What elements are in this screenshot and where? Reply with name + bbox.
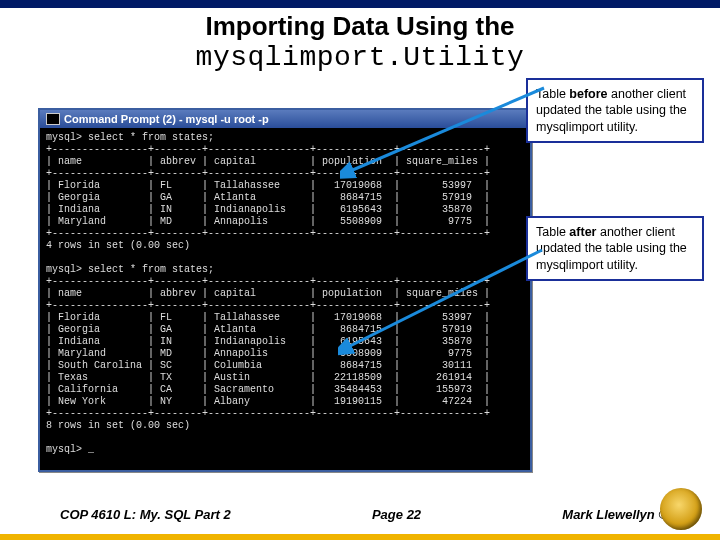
table-row: | Florida | FL | Tallahassee | 17019068 … bbox=[46, 180, 490, 191]
table-row: | Indiana | IN | Indianapolis | 6195643 … bbox=[46, 336, 490, 347]
table-border: +----------------+--------+-------------… bbox=[46, 300, 490, 311]
terminal-output: mysql> select * from states; +----------… bbox=[40, 128, 530, 470]
table-row: | Texas | TX | Austin | 22118509 | 26191… bbox=[46, 372, 490, 383]
mysql-prompt: mysql> _ bbox=[46, 444, 94, 455]
table-row: | South Carolina | SC | Columbia | 86847… bbox=[46, 360, 490, 371]
window-title-text: Command Prompt (2) - mysql -u root -p bbox=[64, 113, 269, 125]
table-row: | California | CA | Sacramento | 3548445… bbox=[46, 384, 490, 395]
footer-author: Mark Llewellyn © bbox=[562, 507, 668, 522]
sql-query-2: mysql> select * from states; bbox=[46, 264, 214, 275]
table-header: | name | abbrev | capital | population |… bbox=[46, 288, 490, 299]
table-row: | Maryland | MD | Annapolis | 5508909 | … bbox=[46, 348, 490, 359]
footer-course: COP 4610 L: My. SQL Part 2 bbox=[60, 507, 231, 522]
callout-before: Table before another client updated the … bbox=[526, 78, 704, 143]
table-border: +----------------+--------+-------------… bbox=[46, 408, 490, 419]
table-border: +----------------+--------+-------------… bbox=[46, 168, 490, 179]
table-row: | Maryland | MD | Annapolis | 5508909 | … bbox=[46, 216, 490, 227]
callout-after: Table after another client updated the t… bbox=[526, 216, 704, 281]
footer-bar bbox=[0, 534, 720, 540]
table-row: | Georgia | GA | Atlanta | 8684715 | 579… bbox=[46, 324, 490, 335]
header-bar bbox=[0, 0, 720, 8]
row-count-1: 4 rows in set (0.00 sec) bbox=[46, 240, 190, 251]
table-row: | Indiana | IN | Indianapolis | 6195643 … bbox=[46, 204, 490, 215]
table-border: +----------------+--------+-------------… bbox=[46, 276, 490, 287]
table-border: +----------------+--------+-------------… bbox=[46, 144, 490, 155]
table-row: | Georgia | GA | Atlanta | 8684715 | 579… bbox=[46, 192, 490, 203]
table-row: | New York | NY | Albany | 19190115 | 47… bbox=[46, 396, 490, 407]
footer-page: Page 22 bbox=[372, 507, 421, 522]
row-count-2: 8 rows in set (0.00 sec) bbox=[46, 420, 190, 431]
table-header: | name | abbrev | capital | population |… bbox=[46, 156, 490, 167]
sql-query-1: mysql> select * from states; bbox=[46, 132, 214, 143]
slide-footer: COP 4610 L: My. SQL Part 2 Page 22 Mark … bbox=[0, 507, 720, 522]
table-border: +----------------+--------+-------------… bbox=[46, 228, 490, 239]
command-prompt-window: Command Prompt (2) - mysql -u root -p my… bbox=[38, 108, 532, 472]
title-line-1: Importing Data Using the bbox=[0, 12, 720, 42]
table-row: | Florida | FL | Tallahassee | 17019068 … bbox=[46, 312, 490, 323]
title-line-2: mysqlimport.Utility bbox=[0, 42, 720, 74]
ucf-logo-icon bbox=[660, 488, 702, 530]
slide-title: Importing Data Using the mysqlimport.Uti… bbox=[0, 12, 720, 74]
cmd-icon bbox=[46, 113, 60, 125]
window-titlebar: Command Prompt (2) - mysql -u root -p bbox=[40, 110, 530, 128]
